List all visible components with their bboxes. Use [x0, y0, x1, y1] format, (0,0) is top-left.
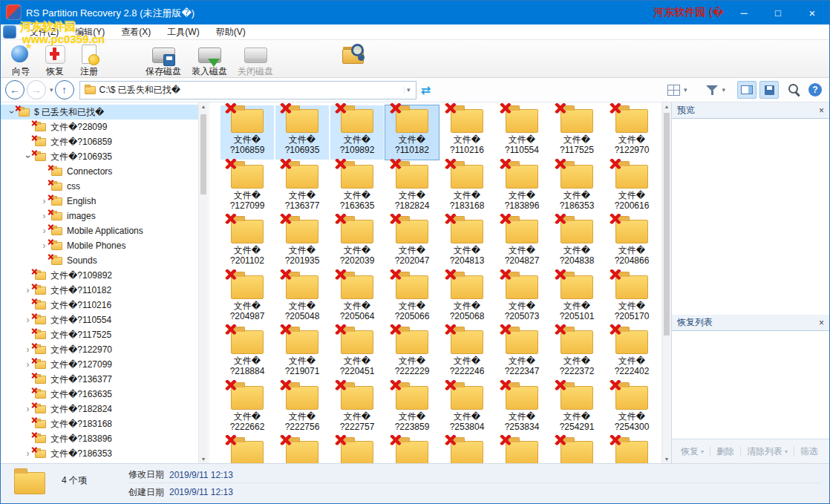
maximize-button[interactable]: □: [761, 1, 795, 24]
tree-item-7[interactable]: ›English: [1, 194, 198, 209]
filter-button[interactable]: ▾: [706, 85, 727, 96]
toolbar-button-mount-disk[interactable]: 装入磁盘: [186, 42, 232, 79]
close-icon[interactable]: ×: [819, 105, 824, 116]
scroll-down-icon[interactable]: ▾: [199, 456, 208, 462]
file-item[interactable]: 文件�?183896: [495, 161, 549, 215]
file-item[interactable]: 文件�?205064: [330, 272, 384, 326]
file-item-partial[interactable]: [605, 437, 659, 463]
scroll-up-icon[interactable]: ▴: [662, 103, 671, 110]
view-mode-button[interactable]: ▾: [667, 85, 689, 96]
history-dropdown-icon[interactable]: ▾: [50, 86, 53, 94]
file-item[interactable]: 文件�?204838: [550, 216, 604, 270]
recovery-recover-button[interactable]: 恢复▾: [675, 445, 710, 458]
tree-item-3[interactable]: ›文件�?106859: [1, 134, 198, 149]
file-item[interactable]: 文件�?183168: [440, 161, 494, 215]
up-button[interactable]: ↑: [55, 80, 74, 99]
file-item[interactable]: 文件�?110216: [440, 105, 494, 160]
file-item[interactable]: 文件�?205101: [550, 272, 604, 326]
file-item[interactable]: 文件�?219071: [275, 327, 329, 381]
file-item-partial[interactable]: [495, 437, 549, 463]
file-item[interactable]: 文件�?222347: [495, 327, 549, 381]
forward-button[interactable]: →: [27, 80, 46, 99]
tree-item-5[interactable]: ›Connectors: [1, 164, 198, 179]
toolbar-button-close-disk[interactable]: 关闭磁盘: [232, 42, 278, 79]
file-item[interactable]: 文件�?127099: [220, 161, 274, 215]
tree-item-14[interactable]: ›文件�?110216: [1, 298, 198, 312]
file-item[interactable]: 文件�?204987: [220, 272, 274, 326]
file-item[interactable]: 文件�?110554: [495, 105, 549, 160]
tree-item-6[interactable]: ›css: [1, 179, 198, 194]
help-button[interactable]: ?: [808, 83, 822, 96]
tree-item-11[interactable]: ›Sounds: [1, 253, 198, 268]
tree-scrollbar[interactable]: ▴ ▾: [198, 102, 208, 463]
tree-item-22[interactable]: ›文件�?183168: [1, 416, 198, 431]
scroll-up-icon[interactable]: ▴: [199, 103, 208, 110]
close-button[interactable]: ×: [795, 1, 829, 24]
tree-item-2[interactable]: ›文件�?28099: [1, 120, 198, 134]
file-item[interactable]: 文件�?218884: [220, 327, 274, 381]
file-item[interactable]: 文件�?110182: [385, 105, 439, 160]
recovery-delete-button[interactable]: 删除: [710, 445, 740, 458]
file-item[interactable]: 文件�?201102: [220, 216, 274, 270]
address-dropdown-icon[interactable]: ▾: [404, 86, 413, 94]
file-item[interactable]: 文件�?222246: [440, 327, 494, 381]
file-item[interactable]: 文件�?222662: [220, 382, 274, 436]
close-icon[interactable]: ×: [819, 318, 824, 328]
tree-item-18[interactable]: ›文件�?127099: [1, 357, 198, 372]
file-item-partial[interactable]: [385, 437, 439, 463]
recovery-clear-list-button[interactable]: 清除列表▾: [741, 445, 794, 458]
tree-item-20[interactable]: ›文件�?163635: [1, 387, 198, 402]
file-item-partial[interactable]: [275, 437, 329, 463]
file-item[interactable]: 文件�?205048: [275, 272, 329, 326]
preview-panel-toggle[interactable]: [737, 81, 757, 99]
file-item[interactable]: 文件�?182824: [385, 161, 439, 215]
file-item[interactable]: 文件�?201935: [275, 216, 329, 270]
tree-item-9[interactable]: ›Mobile Applications: [1, 223, 198, 238]
tree-item-17[interactable]: ›文件�?122970: [1, 342, 198, 357]
file-item[interactable]: 文件�?254291: [550, 382, 604, 436]
file-item[interactable]: 文件�?122970: [605, 105, 659, 160]
tree-item-23[interactable]: ›文件�?183896: [1, 431, 198, 446]
address-input[interactable]: C:\$ 已丢失和已找� ▾: [79, 81, 416, 99]
tree-item-19[interactable]: ›文件�?136377: [1, 372, 198, 387]
tree-item-16[interactable]: ›文件�?117525: [1, 327, 198, 342]
file-item[interactable]: 文件�?205068: [440, 272, 494, 326]
file-item[interactable]: 文件�?222756: [275, 382, 329, 436]
scroll-down-icon[interactable]: ▾: [662, 456, 671, 462]
tree-item-4[interactable]: ›文件�?106935: [1, 149, 198, 164]
file-item[interactable]: 文件�?136377: [275, 161, 329, 215]
file-item[interactable]: 文件�?220451: [330, 327, 384, 381]
scrollbar-thumb[interactable]: [200, 114, 206, 194]
file-item-partial[interactable]: [440, 437, 494, 463]
search-button[interactable]: [788, 83, 801, 96]
file-item[interactable]: 文件�?222402: [605, 327, 659, 381]
toolbar-button-recover[interactable]: 恢复: [38, 42, 72, 79]
refresh-button[interactable]: ⇄: [421, 83, 431, 97]
tree-item-8[interactable]: ›images: [1, 209, 198, 223]
tree-item-12[interactable]: ›文件�?109892: [1, 268, 198, 283]
menu-item-5[interactable]: 帮助(V): [208, 24, 254, 39]
recovery-list-toggle[interactable]: [759, 81, 779, 99]
file-item[interactable]: 文件�?204827: [495, 216, 549, 270]
file-item[interactable]: 文件�?117525: [550, 105, 604, 160]
file-item[interactable]: 文件�?222757: [330, 382, 384, 436]
file-item-partial[interactable]: [220, 437, 274, 463]
menu-item-4[interactable]: 工具(W): [159, 24, 207, 39]
file-item[interactable]: 文件�?222372: [550, 327, 604, 381]
toolbar-button-register[interactable]: 注册: [72, 42, 106, 79]
scrollbar-thumb[interactable]: [664, 113, 670, 336]
file-item[interactable]: 文件�?205170: [605, 272, 659, 326]
tree-item-21[interactable]: ›文件�?182824: [1, 402, 198, 416]
file-item[interactable]: 文件�?223859: [385, 382, 439, 436]
toolbar-button-wizard[interactable]: 向导: [4, 42, 38, 79]
file-item[interactable]: 文件�?204813: [440, 216, 494, 270]
file-item-partial[interactable]: [550, 437, 604, 463]
file-item[interactable]: 文件�?205066: [385, 272, 439, 326]
grid-scrollbar[interactable]: ▴ ▾: [661, 102, 671, 463]
file-item[interactable]: 文件�?163635: [330, 161, 384, 215]
toolbar-button-save-disk[interactable]: 保存磁盘: [140, 42, 186, 79]
file-item[interactable]: 文件�?202039: [330, 216, 384, 270]
file-item[interactable]: 文件�?202047: [385, 216, 439, 270]
file-item[interactable]: 文件�?186353: [550, 161, 604, 215]
file-item[interactable]: 文件�?254300: [605, 382, 659, 436]
